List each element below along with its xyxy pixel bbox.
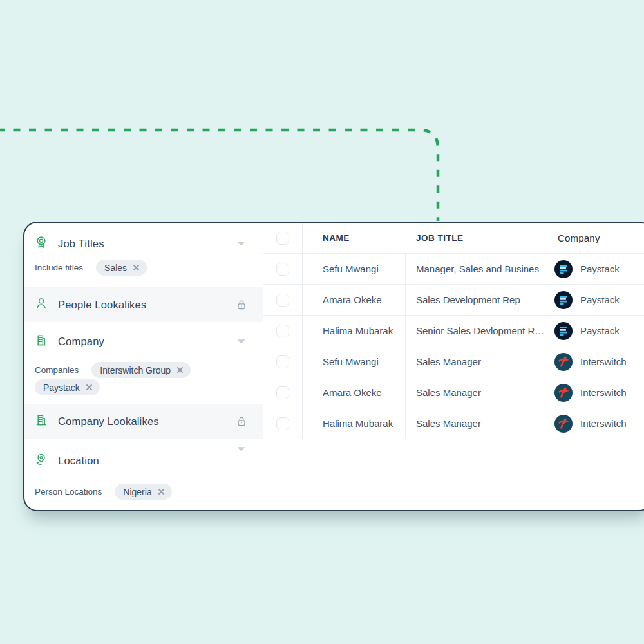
section-company-lookalikes[interactable]: Company Lookalikes <box>24 404 263 439</box>
chip-label: Sales <box>104 263 127 273</box>
chip-label: Interswitch Group <box>100 365 171 375</box>
company-cell: Paystack <box>580 325 620 336</box>
job-title-cell: Manager, Sales and Busines <box>406 254 547 284</box>
name-cell: Halima Mubarak <box>303 316 406 346</box>
table-row[interactable]: Amara Okeke Sales Manager Interswitch <box>263 377 644 408</box>
remove-icon[interactable] <box>86 384 93 391</box>
table-row[interactable]: Sefu Mwangi Manager, Sales and Busines P… <box>263 254 644 285</box>
field-label: Include titles <box>35 260 83 276</box>
column-header-job-title: JOB TITLE <box>406 223 547 253</box>
job-title-cell: Sales Manager <box>406 408 547 439</box>
row-checkbox[interactable] <box>276 355 289 368</box>
map-pin-icon <box>35 453 48 469</box>
name-cell: Sefu Mwangi <box>303 346 406 377</box>
filter-chip-nigeria[interactable]: Nigeria <box>115 484 171 500</box>
results-table: NAME JOB TITLE Company Sefu Mwangi Manag… <box>263 223 644 510</box>
table-row[interactable]: Amara Okeke Sales Development Rep Paysta… <box>263 285 644 316</box>
filter-chip-paystack[interactable]: Paystack <box>35 379 100 395</box>
person-icon <box>35 297 48 312</box>
name-cell: Halima Mubarak <box>303 408 406 439</box>
row-checkbox[interactable] <box>276 263 289 276</box>
table-row[interactable]: Halima Mubarak Senior Sales Devlopment R… <box>263 316 644 346</box>
remove-icon[interactable] <box>176 366 184 374</box>
table-row[interactable]: Halima Mubarak Sales Manager Interswitch <box>263 408 644 439</box>
paystack-logo-icon <box>554 322 573 340</box>
section-title: Location <box>58 455 99 467</box>
interswitch-logo-icon <box>554 415 573 433</box>
select-all-checkbox[interactable] <box>276 232 289 245</box>
chevron-down-icon[interactable] <box>236 339 246 345</box>
company-cell: Paystack <box>580 294 620 305</box>
column-header-name: NAME <box>303 223 406 253</box>
filter-chip-interswitch-group[interactable]: Interswitch Group <box>91 362 191 378</box>
remove-icon[interactable] <box>133 264 140 271</box>
person-locations-field: Person Locations Nigeria <box>35 484 224 500</box>
column-header-company: Company <box>547 223 644 253</box>
building-icon <box>35 413 48 429</box>
filter-sidebar: Job Titles Include titles Sales People L… <box>24 223 263 510</box>
table-row[interactable]: Sefu Mwangi Sales Manager Interswitch <box>263 346 644 377</box>
remove-icon[interactable] <box>158 488 165 495</box>
section-job-titles[interactable]: Job Titles <box>24 228 263 259</box>
field-label: Companies <box>35 362 79 378</box>
header-checkbox-cell <box>263 223 303 253</box>
section-people-lookalikes[interactable]: People Lookalikes <box>24 287 263 322</box>
row-checkbox[interactable] <box>276 417 289 430</box>
chip-label: Nigeria <box>123 487 151 497</box>
section-title: Job Titles <box>58 238 104 250</box>
building-icon <box>35 334 48 349</box>
prospecting-card: Job Titles Include titles Sales People L… <box>23 222 644 511</box>
section-company[interactable]: Company <box>24 326 263 357</box>
name-cell: Sefu Mwangi <box>303 254 406 284</box>
job-title-cell: Sales Manager <box>406 377 547 408</box>
ribbon-badge-icon <box>35 236 48 251</box>
section-location[interactable]: Location <box>24 445 263 476</box>
row-checkbox[interactable] <box>276 386 289 399</box>
companies-field: Companies Interswitch Group Paystack <box>35 362 231 395</box>
name-cell: Amara Okeke <box>303 285 406 315</box>
chevron-down-icon[interactable] <box>236 241 246 247</box>
row-checkbox[interactable] <box>276 325 289 337</box>
job-title-cell: Senior Sales Devlopment R… <box>406 316 547 346</box>
field-label: Person Locations <box>35 484 102 500</box>
name-cell: Amara Okeke <box>303 377 406 408</box>
include-titles-field: Include titles Sales <box>35 260 224 276</box>
section-title: Company <box>58 336 104 348</box>
paystack-logo-icon <box>554 260 573 278</box>
job-title-cell: Sales Development Rep <box>406 285 547 315</box>
filter-chip-sales[interactable]: Sales <box>96 260 147 276</box>
interswitch-logo-icon <box>554 353 573 371</box>
paystack-logo-icon <box>554 291 573 309</box>
company-cell: Interswitch <box>580 387 627 398</box>
lock-icon <box>236 415 247 427</box>
lock-icon <box>236 299 247 310</box>
interswitch-logo-icon <box>554 384 573 402</box>
company-cell: Paystack <box>580 263 620 274</box>
row-checkbox[interactable] <box>276 294 289 307</box>
table-empty-area <box>263 439 644 510</box>
table-header-row: NAME JOB TITLE Company <box>263 223 644 254</box>
section-title: Company Lookalikes <box>58 415 159 428</box>
company-cell: Interswitch <box>580 418 627 429</box>
chip-label: Paystack <box>43 383 80 393</box>
job-title-cell: Sales Manager <box>406 346 547 377</box>
section-title: People Lookalikes <box>58 299 146 311</box>
chevron-down-icon[interactable] <box>236 446 246 452</box>
company-cell: Interswitch <box>580 356 627 367</box>
